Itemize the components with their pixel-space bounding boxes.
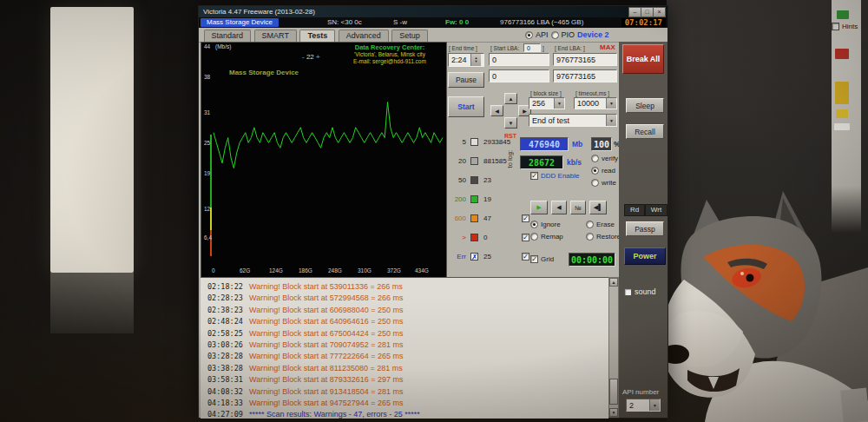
max-button[interactable]: MAX <box>600 43 615 51</box>
verify-radio[interactable] <box>591 155 599 162</box>
scrollbar-thumb[interactable] <box>609 379 618 405</box>
restore-option[interactable]: Restore <box>586 233 621 241</box>
passp-button[interactable]: Passp <box>626 221 664 236</box>
playback-number-button[interactable]: № <box>570 201 586 214</box>
firmware: Fw: 0 0 <box>445 18 469 27</box>
defect-row-5: 5 2933845 <box>447 138 527 148</box>
timeout-select[interactable]: 10000▼ <box>574 97 617 109</box>
device-number[interactable]: Device 2 <box>577 30 609 39</box>
remap-radio[interactable] <box>530 233 538 241</box>
nav-left-button[interactable]: ◀ <box>490 105 503 116</box>
log-filter-checkbox-600[interactable] <box>522 214 529 222</box>
title-bar[interactable]: Victoria 4.47 Freeware (2013-02-28) – □ … <box>199 6 667 17</box>
hints-toggle[interactable]: Hints <box>832 23 858 30</box>
sound-checkbox[interactable] <box>624 288 632 296</box>
power-button[interactable]: Power <box>624 247 666 265</box>
tab-strip: Standard SMART Tests Advanced Setup API … <box>199 28 667 43</box>
grid-option[interactable]: Grid <box>530 255 554 263</box>
x-tick: 310G <box>358 267 372 274</box>
y-tick: 31 <box>204 109 210 115</box>
start-button[interactable]: Start <box>448 96 484 117</box>
chevron-down-icon[interactable]: ▼ <box>554 98 564 109</box>
block-size-label: [ block size ] <box>530 90 562 96</box>
end-of-test-select[interactable]: End of test▼ <box>529 114 617 127</box>
write-option[interactable]: write <box>591 179 616 187</box>
defect-swatch <box>470 157 478 165</box>
device-info-bar: Mass Storage Device SN: <30 0c S -w Fw: … <box>199 17 667 28</box>
end-time-spinner[interactable]: 2:24 ▲▼ <box>448 53 484 67</box>
ddd-enable-option[interactable]: DDD Enable <box>530 172 579 180</box>
scroll-up-icon[interactable]: ▲ <box>609 278 618 287</box>
hints-label: Hints <box>842 23 858 30</box>
start-lba-input-2[interactable]: 0 <box>489 69 549 82</box>
drc-email: E-mail: sergei@hdd-911.com <box>337 58 443 65</box>
end-lba-input[interactable]: 976773165 <box>553 53 617 66</box>
start-lba-input[interactable]: 0 <box>489 53 549 66</box>
ignore-radio[interactable] <box>530 221 538 228</box>
grid-checkbox[interactable] <box>530 255 538 263</box>
chevron-down-icon[interactable]: ▼ <box>606 115 616 126</box>
erase-option[interactable]: Erase <box>586 221 615 228</box>
read-option[interactable]: read <box>591 167 615 175</box>
edge-chip-orange <box>836 109 848 118</box>
speed-graph-svg <box>201 43 446 278</box>
timeout-label: [ timeout,ms ] <box>575 90 609 96</box>
nav-down-button[interactable]: ▼ <box>504 117 517 129</box>
scale-value: 22 <box>306 53 314 61</box>
start-lba-inline-input[interactable]: 0 <box>523 43 541 52</box>
recall-button[interactable]: Recall <box>626 124 664 139</box>
api-radio[interactable] <box>525 31 533 39</box>
chevron-down-icon[interactable]: ▼ <box>606 98 616 109</box>
sleep-button[interactable]: Sleep <box>626 98 664 113</box>
erase-radio[interactable] <box>586 221 594 228</box>
playback-end-button[interactable]: ◀▌ <box>589 201 607 214</box>
tab-setup[interactable]: Setup <box>391 30 428 42</box>
defect-row-gt: > 0 <box>447 234 527 243</box>
y-unit: (Mb/s) <box>215 43 231 49</box>
ignore-option[interactable]: Ignore <box>530 221 561 228</box>
graph-device-title: Mass Storage Device <box>229 69 299 76</box>
break-all-button[interactable]: Break All <box>622 44 664 74</box>
playback-play-button[interactable]: ▶ <box>530 201 548 214</box>
close-button[interactable]: × <box>653 7 666 17</box>
maximize-button[interactable]: □ <box>641 7 654 17</box>
tab-advanced[interactable]: Advanced <box>339 30 389 42</box>
ddd-enable-checkbox[interactable] <box>530 172 538 180</box>
pio-radio[interactable] <box>551 31 559 39</box>
end-lba-input-2[interactable]: 976773165 <box>553 69 617 82</box>
scale-minus-button[interactable]: - <box>302 53 305 61</box>
device-name-button[interactable]: Mass Storage Device <box>201 18 279 27</box>
log-filter-checkbox-err[interactable] <box>522 253 529 260</box>
start-lba-label: [ Start LBA: <box>490 45 519 51</box>
remap-option[interactable]: Remap <box>530 233 563 241</box>
minimize-button[interactable]: – <box>628 7 641 17</box>
scale-plus-button[interactable]: + <box>316 53 320 61</box>
restore-radio[interactable] <box>586 233 594 241</box>
scroll-down-icon[interactable]: ▼ <box>609 408 618 417</box>
graph-scale-control[interactable]: - 22 + <box>302 53 320 61</box>
verify-option[interactable]: verify <box>591 155 618 162</box>
tab-standard[interactable]: Standard <box>204 30 252 42</box>
nav-up-button[interactable]: ▲ <box>504 93 517 104</box>
pio-label: PIO <box>562 30 575 39</box>
log-entry: 03:28:28Warning! Block start at 77722266… <box>201 351 608 362</box>
hints-checkbox[interactable] <box>832 23 839 30</box>
spinner-arrows-icon[interactable]: ▲▼ <box>470 54 481 66</box>
playback-back-button[interactable]: ◀ <box>551 201 567 214</box>
read-radio[interactable] <box>591 167 599 175</box>
log-entry: 03:58:31Warning! Block start at 87933261… <box>201 374 608 386</box>
drc-banner: Data Recovery Center: 'Victoria', Belaru… <box>337 44 443 65</box>
log-filter-checkbox-gt[interactable] <box>522 234 529 241</box>
tab-tests[interactable]: Tests <box>299 30 335 43</box>
tab-smart[interactable]: SMART <box>254 30 297 42</box>
api-number-select[interactable]: 2▼ <box>626 399 661 412</box>
log-scrollbar[interactable]: ▲ ▼ <box>608 277 619 418</box>
write-radio[interactable] <box>591 179 599 187</box>
chevron-down-icon[interactable]: ▼ <box>649 399 660 411</box>
block-size-select[interactable]: 256▼ <box>529 97 565 109</box>
x-tick: 372G <box>387 267 401 274</box>
sound-option[interactable]: sound <box>624 287 656 296</box>
edge-chip-red <box>835 49 849 59</box>
log-entry: 02:28:23Warning! Block start at 57299456… <box>201 293 608 304</box>
pause-button[interactable]: Pause <box>448 72 484 88</box>
